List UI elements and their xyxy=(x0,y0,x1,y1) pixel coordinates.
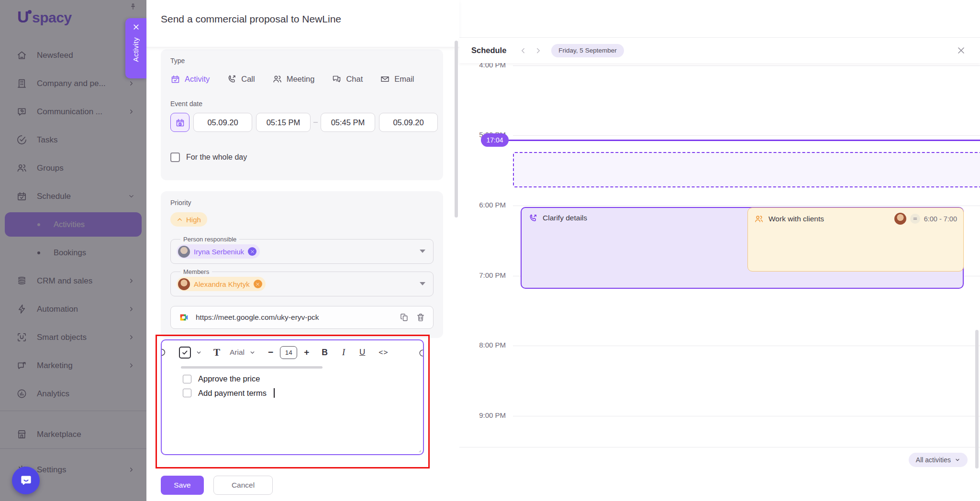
members-field[interactable]: Members Alexandra Khytyk xyxy=(170,272,434,296)
google-meet-icon xyxy=(178,312,189,323)
event-title: Clarify details xyxy=(543,214,587,222)
hour-line xyxy=(513,346,980,346)
schedule-title: Schedule xyxy=(471,46,506,55)
end-time-input[interactable]: 05:45 PM xyxy=(321,113,375,132)
hour-line xyxy=(513,416,980,416)
avatar xyxy=(178,278,190,290)
users-icon xyxy=(754,214,764,224)
schedule-header: Schedule Friday, 5 September xyxy=(459,38,980,63)
phone-icon xyxy=(227,74,237,84)
schedule-date-chip[interactable]: Friday, 5 September xyxy=(551,44,624,57)
person-responsible-field[interactable]: Person responsible Iryna Serbeniuk xyxy=(170,239,434,264)
chevron-down-icon xyxy=(955,457,960,463)
meet-link-text[interactable]: https://meet.google.com/uky-eryv-pck xyxy=(196,313,393,322)
event-title: Work with clients xyxy=(768,215,824,223)
chat-bubble-icon xyxy=(20,474,33,487)
resize-handle-icon[interactable] xyxy=(416,447,422,453)
activities-filter-dropdown[interactable]: All activities xyxy=(909,453,968,467)
members-label: Members xyxy=(180,268,212,275)
activity-side-tab[interactable]: Activity xyxy=(125,18,146,78)
clear-format-icon[interactable] xyxy=(418,349,424,358)
toolbar-scrollbar[interactable] xyxy=(181,366,323,369)
details-card: Priority High Person responsible Iryna S… xyxy=(161,191,443,338)
hour-label: 7:00 PM xyxy=(459,271,506,279)
activity-tab-label: Activity xyxy=(132,37,140,62)
type-tab-email[interactable]: Email xyxy=(380,74,414,84)
event-time: 6:00 - 7:00 xyxy=(924,215,957,223)
type-tab-chat[interactable]: Chat xyxy=(332,74,363,84)
save-button[interactable]: Save xyxy=(161,476,204,495)
modal-form-column: Send a commercial proposal to NewLine Ty… xyxy=(146,0,459,501)
notes-badge-icon xyxy=(910,214,920,224)
editor-checklist: Approve the price Add payment terms xyxy=(162,372,423,400)
event-work-with-clients[interactable]: Work with clients 6:00 - 7:00 xyxy=(747,207,964,272)
hour-line xyxy=(513,65,980,66)
type-tabs: Activity Call Meeting Chat xyxy=(170,70,414,87)
schedule-panel: Schedule Friday, 5 September 4:00 PM 5:0… xyxy=(459,0,980,501)
priority-chip[interactable]: High xyxy=(170,212,207,227)
type-date-card: Type Activity Call Meeting xyxy=(161,49,443,180)
start-time-input[interactable]: 05:15 PM xyxy=(256,113,311,132)
current-time-badge: 17:04 xyxy=(481,133,509,147)
increase-font-button[interactable]: + xyxy=(304,347,309,358)
activity-modal: Send a commercial proposal to NewLine Ty… xyxy=(146,0,980,501)
rich-text-editor[interactable]: T Arial − 14 + B I U <> Approve the xyxy=(161,339,424,455)
font-size-box[interactable]: 14 xyxy=(280,346,297,359)
checklist-item[interactable]: Approve the price xyxy=(162,372,423,386)
start-date-input[interactable]: 05.09.20 xyxy=(193,113,252,132)
type-tab-activity[interactable]: Activity xyxy=(170,74,210,84)
bold-button[interactable]: B xyxy=(322,348,328,358)
font-dropdown-icon[interactable] xyxy=(249,349,256,356)
hour-label: 9:00 PM xyxy=(459,411,506,419)
form-scrollbar[interactable] xyxy=(455,41,458,218)
italic-button[interactable]: I xyxy=(342,348,345,358)
cancel-button[interactable]: Cancel xyxy=(213,476,273,495)
text-style-button[interactable]: T xyxy=(213,347,220,359)
decrease-font-button[interactable]: − xyxy=(268,347,273,358)
editor-toolbar: T Arial − 14 + B I U <> xyxy=(162,340,423,364)
time-range-dash xyxy=(313,122,318,123)
event-placeholder-dashed[interactable] xyxy=(513,152,980,187)
trash-icon[interactable] xyxy=(416,313,425,322)
schedule-timeline: 4:00 PM 5:00 PM 6:00 PM 7:00 PM 8:00 PM … xyxy=(459,63,980,501)
next-day-button[interactable] xyxy=(534,46,543,55)
whole-day-row[interactable]: For the whole day xyxy=(170,152,247,162)
copy-icon[interactable] xyxy=(400,313,409,322)
schedule-close-icon[interactable] xyxy=(957,46,966,55)
event-date-row: 05.09.20 05:15 PM 05:45 PM 05.09.20 xyxy=(170,112,438,132)
prev-day-button[interactable] xyxy=(519,46,527,55)
hour-label: 8:00 PM xyxy=(459,341,506,349)
type-label: Type xyxy=(170,57,185,65)
type-tab-call[interactable]: Call xyxy=(227,74,255,84)
code-button[interactable]: <> xyxy=(379,348,388,357)
schedule-scrollbar[interactable] xyxy=(975,330,979,468)
modal-title: Send a commercial proposal to NewLine xyxy=(161,13,341,25)
checklist-checkbox[interactable] xyxy=(183,389,191,397)
modal-header: Send a commercial proposal to NewLine xyxy=(146,0,459,47)
remove-member-icon[interactable] xyxy=(254,280,262,288)
person-responsible-label: Person responsible xyxy=(180,236,239,243)
hour-line xyxy=(513,206,980,206)
list-dropdown-icon[interactable] xyxy=(196,349,202,356)
chat-fab[interactable] xyxy=(12,467,40,494)
dropdown-caret-icon[interactable] xyxy=(420,250,425,253)
remove-person-icon[interactable] xyxy=(248,247,256,256)
undo-icon[interactable] xyxy=(161,347,167,358)
meet-link-row: https://meet.google.com/uky-eryv-pck xyxy=(170,306,434,329)
text-cursor xyxy=(274,388,275,398)
dropdown-caret-icon[interactable] xyxy=(420,282,425,285)
avatar xyxy=(894,213,906,225)
users-icon xyxy=(272,74,282,84)
end-date-input[interactable]: 05.09.20 xyxy=(379,113,438,132)
checklist-checkbox[interactable] xyxy=(183,375,191,383)
hour-label: 4:00 PM xyxy=(459,63,506,69)
underline-button[interactable]: U xyxy=(359,348,365,357)
hour-label: 6:00 PM xyxy=(459,201,506,209)
calendar-picker-button[interactable] xyxy=(170,113,189,132)
checklist-item[interactable]: Add payment terms xyxy=(162,386,423,400)
checklist-toolbar-icon[interactable] xyxy=(179,347,191,359)
type-tab-meeting[interactable]: Meeting xyxy=(272,74,315,84)
whole-day-checkbox[interactable] xyxy=(170,152,180,162)
font-family-select[interactable]: Arial xyxy=(230,348,245,357)
priority-label: Priority xyxy=(170,199,191,207)
